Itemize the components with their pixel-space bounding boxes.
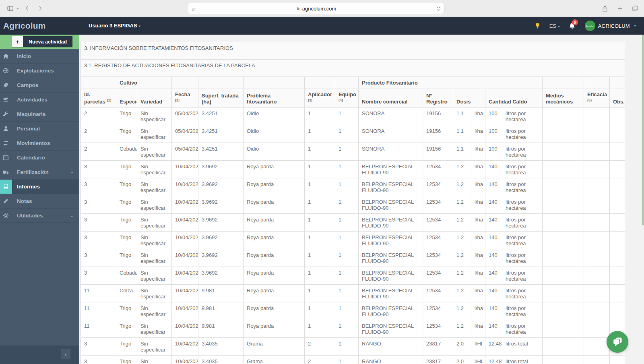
table-cell: Sin especificar: [137, 196, 172, 214]
reload-icon[interactable]: [436, 6, 441, 11]
sidebar-item-label: Explotaciones: [12, 64, 79, 78]
table-cell: l/ha: [471, 214, 485, 232]
table-cell: Trigo: [116, 249, 137, 267]
table-cell: 10/04/2024: [172, 356, 198, 364]
sidebar-item-personal[interactable]: Personal: [0, 121, 79, 136]
tabs-overview-icon[interactable]: [632, 5, 638, 12]
table-cell: 05/04/2024: [172, 108, 198, 125]
table-cell: 2: [81, 143, 116, 161]
table-cell: [584, 196, 610, 214]
chat-widget-button[interactable]: [607, 331, 628, 353]
main-content: 3. INFORMACIÓN SOBRE TRATAMIENTOS FITOSA…: [79, 35, 644, 364]
table-cell: 1: [305, 285, 335, 302]
table-cell: [543, 338, 584, 356]
table-cell: [543, 249, 584, 267]
sidebar-item-campos[interactable]: Campos: [0, 78, 79, 92]
table-cell: 140: [485, 320, 502, 338]
table-cell: [610, 196, 625, 214]
table-cell: 2: [305, 356, 335, 364]
table-cell: l/ha: [471, 302, 485, 320]
gear-icon: [0, 209, 12, 222]
table-cell: [584, 108, 610, 125]
table-cell: RANGO: [359, 356, 423, 364]
table-cell: 2: [81, 125, 116, 143]
table-cell: l/ha: [471, 249, 485, 267]
chevron-down-icon[interactable]: ▾: [17, 6, 19, 10]
table-cell: 9.981: [198, 320, 244, 338]
language-dropdown[interactable]: ES▾: [549, 23, 560, 29]
notifications-button[interactable]: 0: [569, 22, 576, 29]
share-icon[interactable]: [602, 5, 608, 12]
table-cell: 1: [335, 232, 359, 249]
table-row: 3TrigoSin especificar10/04/20243.9692Roy…: [81, 178, 625, 196]
sidebar-item-calendario[interactable]: Calendario: [0, 150, 79, 165]
table-cell: 10/04/2024: [172, 249, 198, 267]
table-cell: 140: [485, 196, 502, 214]
table-cell: 1: [305, 161, 335, 178]
table-cell: 3: [81, 249, 116, 267]
table-cell: 1.2: [453, 214, 471, 232]
address-bar[interactable]: agricolum.com: [187, 3, 445, 14]
table-cell: Roya parda: [244, 214, 305, 232]
table-cell: 3.4251: [198, 143, 244, 161]
table-cell: Sin especificar: [137, 249, 172, 267]
new-activity-button[interactable]: + Nueva actividad: [12, 36, 72, 47]
table-cell: SONORA: [359, 125, 423, 143]
table-cell: 1.2: [453, 161, 471, 178]
back-icon[interactable]: [23, 4, 32, 13]
reader-icon[interactable]: [191, 6, 196, 11]
table-cell: [610, 267, 625, 285]
table-cell: Grama: [244, 356, 305, 364]
table-cell: Sin especificar: [137, 267, 172, 285]
user-selector-dropdown[interactable]: Usuario 3 ESPIGAS▾: [89, 23, 140, 29]
col-nombre-comercial: Nombre comercial: [359, 89, 423, 108]
table-cell: Grama: [244, 338, 305, 356]
table-cell: Trigo: [116, 178, 137, 196]
sidebar-item-explotaciones[interactable]: Explotaciones: [0, 63, 79, 78]
new-tab-icon[interactable]: [617, 6, 623, 12]
table-cell: 2.0: [453, 338, 471, 356]
table-cell: [543, 285, 584, 302]
forward-icon[interactable]: [36, 4, 45, 13]
table-cell: 10/04/2024: [172, 178, 198, 196]
table-cell: [584, 302, 610, 320]
lightbulb-icon[interactable]: [535, 23, 541, 29]
col-registro: Nº Registro: [423, 89, 453, 108]
arrows-icon: [0, 136, 12, 150]
sidebar-item-inicio[interactable]: Inicio: [0, 49, 79, 63]
sidebar-toggle-icon[interactable]: [6, 4, 14, 13]
table-row: 11ColzaSin especificar10/04/20249.981Roy…: [81, 285, 625, 302]
table-cell: 11: [81, 320, 116, 338]
table-cell: 12534: [423, 267, 453, 285]
table-row: 2TrigoSin especificar05/04/20243.4251Oid…: [81, 108, 625, 125]
account-dropdown[interactable]: Agricolum AGRICOLUM ▾: [585, 21, 636, 31]
table-row: 3TrigoSin especificar10/04/20243.9692Roy…: [81, 249, 625, 267]
table-cell: Sin especificar: [137, 320, 172, 338]
table-cell: 3: [81, 196, 116, 214]
sidebar-item-informes[interactable]: Informes: [0, 179, 79, 194]
sidebar-collapse-button[interactable]: ‹: [61, 349, 70, 359]
table-cell: 10/04/2024: [172, 232, 198, 249]
sidebar-item-notas[interactable]: Notas: [0, 194, 79, 208]
brand-logo[interactable]: Agricolum: [3, 21, 46, 31]
sidebar-item-maquinaria[interactable]: Maquinaria: [0, 107, 79, 121]
wrench-icon: [0, 107, 12, 121]
table-cell: 12534: [423, 232, 453, 249]
table-cell: Sin especificar: [137, 143, 172, 161]
sidebar-item-utilidades[interactable]: Utilidades›: [0, 208, 79, 223]
sidebar-item-movimientos[interactable]: Movimientos: [0, 136, 79, 150]
col-medios: Medios mecánicos: [543, 89, 584, 108]
sidebar-item-actividades[interactable]: Actividades: [0, 92, 79, 107]
table-cell: 1: [305, 302, 335, 320]
scrollbar-thumb[interactable]: [642, 35, 644, 225]
table-cell: 1: [305, 232, 335, 249]
table-cell: [543, 267, 584, 285]
table-cell: [610, 249, 625, 267]
table-cell: 19156: [423, 143, 453, 161]
table-cell: Sin especificar: [137, 125, 172, 143]
table-cell: 9.981: [198, 302, 244, 320]
table-cell: 05/04/2024: [172, 143, 198, 161]
sidebar-item-fertilizacion[interactable]: Fertilización›: [0, 165, 79, 179]
table-cell: BELPRON ESPECIAL FLUIDO-90: [359, 214, 423, 232]
table-cell: [543, 320, 584, 338]
